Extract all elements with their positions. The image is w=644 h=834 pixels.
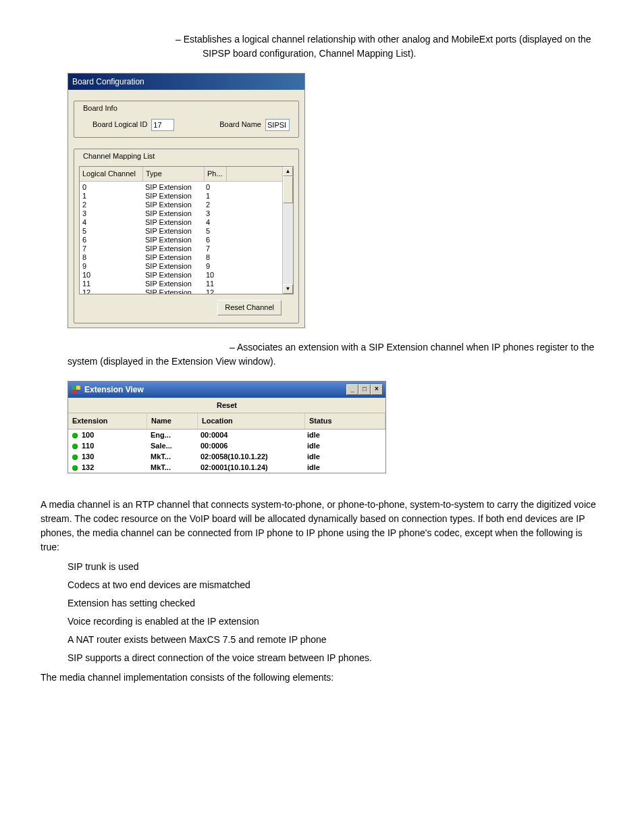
cell-name: Sale...: [146, 440, 196, 451]
scroll-thumb[interactable]: [283, 176, 293, 203]
table-row[interactable]: 2SIP Extension2: [80, 201, 293, 209]
list-item[interactable]: 110Sale...00:0006idle: [68, 440, 385, 451]
maximize-icon[interactable]: □: [358, 384, 371, 395]
cell-type: SIP Extension: [142, 262, 203, 271]
board-logical-id-input[interactable]: 17: [151, 119, 174, 131]
col-location[interactable]: Location: [198, 413, 305, 429]
cell-extension: 130: [68, 451, 146, 462]
cell-status: idle: [303, 451, 385, 462]
cell-ph: 7: [203, 244, 225, 253]
table-row[interactable]: 6SIP Extension6: [80, 236, 293, 244]
scrollbar[interactable]: ▲ ▼: [282, 167, 293, 294]
cell-ph: 12: [203, 288, 225, 295]
cell-logical-channel: 7: [80, 244, 142, 253]
channel-mapping-legend: Channel Mapping List: [80, 151, 157, 162]
board-info-fieldset: Board Info Board Logical ID 17 Board Nam…: [74, 97, 299, 138]
minimize-icon[interactable]: _: [346, 384, 358, 395]
table-row[interactable]: 12SIP Extension12: [80, 288, 293, 295]
cell-type: SIP Extension: [142, 227, 203, 236]
cell-type: SIP Extension: [142, 218, 203, 227]
extension-view-rows[interactable]: 100Eng...00:0004idle110Sale...00:0006idl…: [68, 429, 385, 473]
col-ph[interactable]: Ph...: [205, 167, 227, 182]
intro-para-1-text: – Establishes a logical channel relation…: [176, 34, 591, 59]
extension-view-menu[interactable]: Reset: [68, 398, 385, 414]
table-row[interactable]: 1SIP Extension1: [80, 192, 293, 201]
cell-type: SIP Extension: [142, 288, 203, 295]
channel-list[interactable]: Logical Channel Type Ph... 0SIP Extensio…: [79, 166, 294, 294]
cell-type: SIP Extension: [142, 280, 203, 288]
status-dot-icon: [72, 454, 78, 460]
cell-logical-channel: 12: [80, 288, 142, 295]
bullet-item: SIP trunk is used: [68, 560, 603, 574]
board-config-window: Board Configuration Board Info Board Log…: [68, 73, 305, 328]
cell-ph: 10: [203, 271, 225, 280]
cell-ph: 2: [203, 201, 225, 209]
scroll-down-icon[interactable]: ▼: [283, 284, 293, 294]
extension-view-header: Extension Name Location Status: [68, 413, 385, 429]
list-item[interactable]: 100Eng...00:0004idle: [68, 429, 385, 440]
table-row[interactable]: 10SIP Extension10: [80, 271, 293, 280]
menu-reset[interactable]: Reset: [217, 401, 237, 409]
cell-type: SIP Extension: [142, 201, 203, 209]
bullet-item: Voice recording is enabled at the IP ext…: [68, 615, 603, 629]
col-name[interactable]: Name: [147, 413, 198, 429]
table-row[interactable]: 11SIP Extension11: [80, 280, 293, 288]
table-row[interactable]: 3SIP Extension3: [80, 209, 293, 218]
cell-status: idle: [303, 462, 385, 473]
table-row[interactable]: 5SIP Extension5: [80, 227, 293, 236]
board-info-legend: Board Info: [80, 103, 120, 114]
cell-extension: 100: [68, 429, 146, 440]
table-row[interactable]: 8SIP Extension8: [80, 253, 293, 262]
col-status[interactable]: Status: [305, 413, 385, 429]
cell-logical-channel: 6: [80, 236, 142, 244]
table-row[interactable]: 7SIP Extension7: [80, 244, 293, 253]
cell-location: 02:0058(10.10.1.22): [196, 451, 303, 462]
extension-view-titlebar[interactable]: Extension View _ □ ×: [68, 382, 385, 398]
cell-logical-channel: 10: [80, 271, 142, 280]
extension-view-window: Extension View _ □ × Reset Extension Nam…: [68, 381, 386, 473]
close-icon[interactable]: ×: [371, 384, 383, 395]
cell-ph: 1: [203, 192, 225, 201]
cell-type: SIP Extension: [142, 192, 203, 201]
cell-logical-channel: 9: [80, 262, 142, 271]
table-row[interactable]: 0SIP Extension0: [80, 183, 293, 192]
table-row[interactable]: 4SIP Extension4: [80, 218, 293, 227]
cell-logical-channel: 11: [80, 280, 142, 288]
cell-location: 00:0006: [196, 440, 303, 451]
cell-logical-channel: 1: [80, 192, 142, 201]
cell-ph: 9: [203, 262, 225, 271]
list-item[interactable]: 132MkT...02:0001(10.10.1.24)idle: [68, 462, 385, 473]
cell-extension: 110: [68, 440, 146, 451]
assoc-para: – Associates an extension with a SIP Ext…: [68, 342, 594, 367]
bullet-item: SIP supports a direct connection of the …: [68, 651, 603, 665]
list-item[interactable]: 130MkT...02:0058(10.10.1.22)idle: [68, 451, 385, 462]
cell-name: MkT...: [146, 451, 196, 462]
cell-type: SIP Extension: [142, 183, 203, 192]
app-icon: [72, 386, 80, 394]
scroll-up-icon[interactable]: ▲: [283, 167, 293, 176]
table-row[interactable]: 9SIP Extension9: [80, 262, 293, 271]
cell-ph: 0: [203, 183, 225, 192]
status-dot-icon: [72, 444, 78, 449]
cell-type: SIP Extension: [142, 236, 203, 244]
status-dot-icon: [72, 465, 78, 471]
col-logical-channel[interactable]: Logical Channel: [80, 167, 143, 182]
media-channel-para: A media channel is an RTP channel that c…: [41, 498, 603, 554]
reset-channel-button[interactable]: Reset Channel: [217, 300, 281, 315]
cell-type: SIP Extension: [142, 209, 203, 218]
cell-ph: 3: [203, 209, 225, 218]
channel-list-body[interactable]: 0SIP Extension01SIP Extension12SIP Exten…: [80, 182, 293, 295]
col-type[interactable]: Type: [143, 167, 205, 182]
extension-view-title: Extension View: [84, 384, 144, 396]
board-config-titlebar[interactable]: Board Configuration: [68, 74, 304, 90]
closing-para: The media channel implementation consist…: [41, 671, 603, 685]
cell-ph: 5: [203, 227, 225, 236]
cell-logical-channel: 0: [80, 183, 142, 192]
cell-ph: 4: [203, 218, 225, 227]
cell-name: Eng...: [146, 429, 196, 440]
cell-logical-channel: 3: [80, 209, 142, 218]
cell-status: idle: [303, 440, 385, 451]
board-logical-id-label: Board Logical ID: [92, 119, 147, 130]
board-name-input[interactable]: SIPSI: [265, 119, 290, 131]
col-extension[interactable]: Extension: [68, 413, 147, 429]
